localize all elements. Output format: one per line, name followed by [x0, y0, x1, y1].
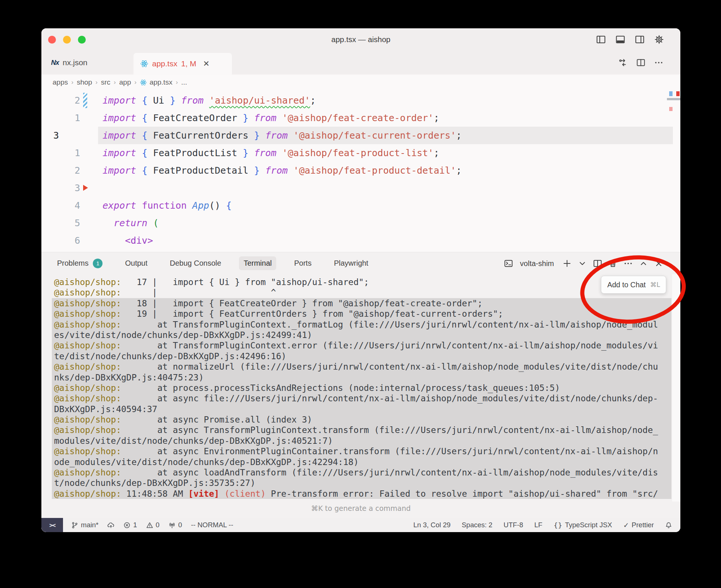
status-item-cloud-upload[interactable]	[107, 522, 114, 529]
code-line[interactable]: 2import { Ui } from 'aishop/ui-shared';	[41, 92, 680, 109]
terminal-line: modules/vite/dist/node/chunks/dep-DBxKXg…	[52, 436, 671, 446]
editor-scrollbar-slider[interactable]	[667, 98, 680, 100]
chevron-down-button[interactable]	[578, 259, 587, 268]
breadcrumb-item-apps[interactable]: apps	[53, 78, 68, 86]
status-label: LF	[534, 521, 542, 529]
code-text: import { FeatCreateOrder } from '@aishop…	[103, 109, 439, 127]
line-number: 2	[41, 162, 80, 179]
code-line[interactable]: 4export function App() {	[41, 197, 680, 214]
breadcrumb-label: app	[119, 78, 131, 86]
terminal-line: @aishop/shop: 19 | import { FeatCurrentO…	[52, 309, 671, 319]
status-item-bell[interactable]	[665, 522, 672, 529]
bell-icon	[665, 522, 672, 529]
gear-button[interactable]	[654, 35, 664, 44]
tab-nx-json[interactable]: Nxnx.json	[44, 51, 94, 75]
terminal-output[interactable]: @aishop/shop: 17 | import { Ui } from "a…	[41, 274, 680, 518]
broadcast-icon	[169, 522, 176, 529]
panel-tab-label: Terminal	[243, 259, 272, 268]
status-item-utf-8[interactable]: UTF-8	[504, 521, 523, 529]
terminal-line: @aishop/shop: 18 | import { FeatCreateOr…	[52, 298, 671, 309]
react-icon	[140, 60, 148, 68]
screen: app.tsx — aishop Nxnx.json app.tsx1, M✕ …	[0, 0, 721, 588]
terminal-line: te/dist/node/chunks/dep-DBxKXgDP.js:4249…	[52, 351, 671, 361]
plus-button[interactable]	[563, 259, 572, 268]
panel-tab-terminal[interactable]: Terminal	[239, 256, 276, 270]
branch-icon	[71, 522, 78, 529]
status-item-1[interactable]: 1	[123, 521, 137, 529]
status-label: TypeScript JSX	[565, 521, 612, 529]
terminal-line: @aishop/shop: at async EnvironmentPlugin…	[52, 446, 671, 456]
ellipsis-button[interactable]	[654, 58, 663, 67]
line-number: 1	[41, 109, 80, 127]
status-item-spaces-2[interactable]: Spaces: 2	[462, 521, 492, 529]
status-item-main-[interactable]: main*	[71, 521, 98, 529]
split-editor-button[interactable]	[636, 58, 645, 67]
panel-tab-label: Debug Console	[170, 259, 221, 268]
terminal-line: @aishop/shop: at process.processTicksAnd…	[52, 383, 671, 393]
cloud-upload-icon	[107, 522, 114, 529]
line-number: 5	[41, 214, 80, 232]
panel-tab-label: Problems	[57, 259, 88, 268]
code-line[interactable]: 6 <div>	[41, 232, 680, 249]
react-icon	[140, 79, 147, 86]
status-bar-right: Ln 3, Col 29Spaces: 2UTF-8LF{}TypeScript…	[413, 518, 672, 532]
layout-panel-button[interactable]	[615, 35, 625, 44]
code-editor[interactable]: 2import { Ui } from 'aishop/ui-shared';1…	[41, 90, 680, 252]
remote-indicator[interactable]: ><	[41, 518, 63, 532]
code-line[interactable]: 3import { FeatCurrentOrders } from '@ais…	[41, 127, 680, 144]
panel-tab-problems[interactable]: Problems1	[53, 256, 107, 271]
status-label: 0	[178, 521, 182, 529]
code-text: <div>	[103, 232, 153, 249]
breadcrumb-item-[interactable]: ...	[181, 78, 187, 86]
breadcrumb-item-shop[interactable]: shop	[77, 78, 92, 86]
breadcrumb-label: ...	[181, 78, 187, 86]
panel-tab-output[interactable]: Output	[120, 256, 152, 270]
status-bar: >< main*100-- NORMAL -- Ln 3, Col 29Spac…	[41, 518, 680, 532]
compare-changes-button[interactable]	[618, 58, 627, 67]
status-label: -- NORMAL --	[191, 521, 233, 529]
editor-toolbar-actions	[618, 51, 663, 75]
status-label: 0	[156, 521, 160, 529]
code-line[interactable]: 5 return (	[41, 214, 680, 232]
active-terminal-name[interactable]: volta-shim	[520, 259, 554, 268]
status-item-0[interactable]: 0	[146, 521, 160, 529]
code-line[interactable]: 1import { FeatCreateOrder } from '@aisho…	[41, 109, 680, 127]
tab-app-tsx[interactable]: app.tsx1, M✕	[133, 53, 232, 75]
code-text: import { FeatProductList } from '@aishop…	[103, 144, 439, 162]
panel-tab-playwright[interactable]: Playwright	[330, 256, 373, 270]
terminal-line: @aishop/shop: at async loadAndTransform …	[52, 467, 671, 478]
status-bar-left: main*100-- NORMAL --	[71, 521, 233, 529]
status-label: Ln 3, Col 29	[413, 521, 451, 529]
status-item-prettier[interactable]: ✓Prettier	[623, 521, 654, 529]
panel-tabs: Problems1OutputDebug ConsoleTerminalPort…	[53, 256, 386, 271]
terminal-line: @aishop/shop: at async Promise.all (inde…	[52, 414, 671, 425]
warning-icon	[146, 522, 153, 529]
code-text: export function App() {	[103, 197, 232, 214]
breadcrumb-separator: ›	[114, 79, 116, 86]
tab-close-icon[interactable]: ✕	[203, 59, 210, 68]
breadcrumb-separator: ›	[176, 79, 178, 86]
code-line[interactable]: 1import { FeatProductList } from '@aisho…	[41, 144, 680, 162]
nx-icon: Nx	[51, 59, 59, 67]
status-item--normal-[interactable]: -- NORMAL --	[191, 521, 233, 529]
breadcrumb-label: src	[101, 78, 110, 86]
panel-tab-ports[interactable]: Ports	[290, 256, 316, 270]
code-line[interactable]: 3	[41, 179, 680, 197]
overview-ruler-error-mark	[676, 91, 680, 96]
status-item-typescript-jsx[interactable]: {}TypeScript JSX	[554, 521, 612, 529]
status-item-lf[interactable]: LF	[534, 521, 542, 529]
layout-sidebar-left-button[interactable]	[596, 35, 606, 44]
panel-tab-debug-console[interactable]: Debug Console	[166, 256, 226, 270]
status-item-0[interactable]: 0	[169, 521, 182, 529]
breadcrumb-item-src[interactable]: src	[101, 78, 110, 86]
breadcrumb-item-app[interactable]: app	[119, 78, 131, 86]
error-icon	[123, 522, 130, 529]
status-item-ln-3-col-29[interactable]: Ln 3, Col 29	[413, 521, 451, 529]
tab-modified-badge: 1, M	[181, 59, 196, 68]
breadcrumb-label: app.tsx	[149, 78, 172, 86]
editor-tab-bar: Nxnx.json app.tsx1, M✕	[41, 51, 680, 75]
terminal-line: ode_modules/vite/dist/node/chunks/dep-DB…	[52, 457, 671, 467]
layout-sidebar-right-button[interactable]	[635, 35, 645, 44]
breadcrumb-item-apptsx[interactable]: app.tsx	[140, 78, 172, 86]
code-line[interactable]: 2import { FeatProductDetail } from '@ais…	[41, 162, 680, 179]
